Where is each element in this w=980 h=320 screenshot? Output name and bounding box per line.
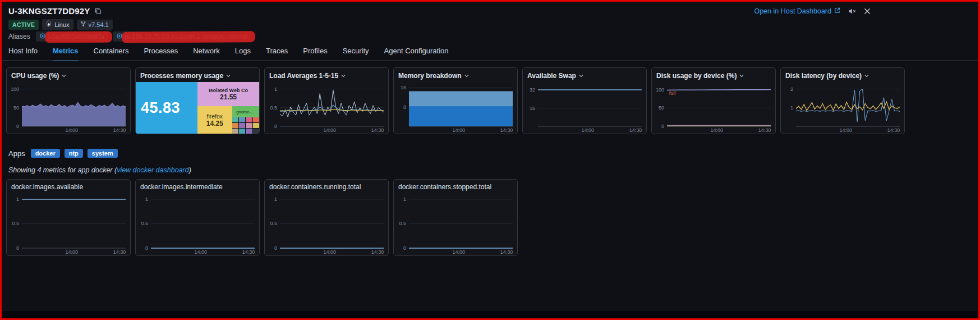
disk-latency-panel-header[interactable]: Disk latency (by device)	[781, 68, 904, 82]
treemap-tile	[253, 129, 259, 134]
tab-metrics[interactable]: Metrics	[53, 47, 79, 61]
svg-text:100: 100	[656, 87, 664, 93]
treemap-tile	[239, 123, 245, 128]
version-badge-label: v7.54.1	[89, 21, 109, 29]
svg-text:14:30: 14:30	[887, 127, 900, 133]
svg-text:0: 0	[145, 245, 148, 251]
treemap-tile	[239, 129, 245, 134]
svg-text:0.5: 0.5	[141, 221, 148, 226]
redaction-marker	[45, 31, 112, 43]
disk-latency-chart[interactable]: 1214:0014:30	[781, 82, 904, 134]
svg-text:14:00: 14:00	[195, 249, 208, 255]
mute-icon[interactable]	[848, 8, 856, 15]
treemap-mosaic	[232, 117, 259, 134]
app-badge-ntp[interactable]: ntp	[65, 149, 83, 158]
svg-text:0: 0	[403, 245, 406, 251]
view-docker-dashboard-link[interactable]: view docker dashboard	[117, 166, 189, 174]
memory-breakdown-chart[interactable]: 81614:0014:30	[394, 82, 517, 134]
flyout-tabs: Host Info Metrics Containers Processes N…	[8, 47, 449, 61]
svg-text:14:30: 14:30	[113, 249, 126, 255]
panel-title: Available Swap	[527, 72, 576, 80]
panel-title: docker.containers.stopped.total	[394, 180, 517, 192]
metric-panel-memory-breakdown: Memory breakdown 81614:0014:30	[393, 67, 518, 134]
tab-profiles[interactable]: Profiles	[303, 47, 327, 61]
docker-metrics-note: Showing 4 metrics for app docker (view d…	[8, 166, 191, 174]
chevron-down-icon	[341, 71, 346, 81]
tab-network[interactable]: Network	[193, 47, 220, 61]
status-badges-row: ACTIVE Linux v7.54.1	[8, 19, 113, 30]
tab-agent-configuration[interactable]: Agent Configuration	[384, 47, 449, 61]
svg-text:50: 50	[659, 105, 664, 111]
metric-panel-process-memory: Processes memory usage 45.83 Isolated We…	[135, 67, 260, 134]
load-panel-header[interactable]: Load Averages 1-5-15	[265, 68, 388, 82]
docker-images-available-chart[interactable]: 00.5114:0014:30	[7, 192, 130, 256]
svg-text:14:30: 14:30	[629, 127, 642, 133]
memory-metric-tile: 45.83	[136, 82, 197, 134]
svg-text:2: 2	[790, 86, 793, 92]
process-memory-panel-header[interactable]: Processes memory usage	[136, 68, 259, 82]
app-badge-system[interactable]: system	[88, 149, 118, 158]
version-badge: v7.54.1	[77, 20, 113, 30]
metric-panel-load: Load Averages 1-5-15 00.5114:0014:30	[264, 67, 389, 134]
chevron-down-icon	[226, 71, 231, 81]
svg-text:0: 0	[16, 245, 19, 251]
svg-text:0: 0	[661, 124, 664, 129]
treemap-label: firefox	[207, 113, 223, 120]
panel-title: Memory breakdown	[398, 72, 462, 80]
docker-images-intermediate-chart[interactable]: 00.5114:0014:30	[136, 192, 259, 256]
tab-containers[interactable]: Containers	[94, 47, 129, 61]
cpu-panel-header[interactable]: CPU usage (%)	[7, 68, 130, 82]
memory-breakdown-panel-header[interactable]: Memory breakdown	[394, 68, 517, 82]
disk-usage-panel-header[interactable]: Disk usage by device (%)	[652, 68, 775, 82]
svg-text:0.5: 0.5	[270, 105, 277, 111]
chevron-down-icon	[578, 71, 584, 81]
svg-text:1: 1	[16, 196, 19, 202]
open-in-host-dashboard-link[interactable]: Open in Host Dashboard	[754, 7, 840, 15]
process-memory-treemap[interactable]: Isolated Web Co 21.55 firefox 14.25 gnom…	[197, 82, 259, 134]
svg-text:0.5: 0.5	[12, 221, 19, 226]
swap-panel-header[interactable]: Available Swap	[523, 68, 646, 82]
svg-text:8: 8	[403, 104, 406, 110]
panel-title: Processes memory usage	[140, 72, 223, 80]
tab-processes[interactable]: Processes	[144, 47, 178, 61]
panel-title: docker.images.available	[7, 180, 130, 192]
chevron-down-icon	[864, 71, 869, 81]
svg-text:14:00: 14:00	[324, 249, 337, 255]
load-averages-chart[interactable]: 00.5114:0014:30	[265, 82, 388, 134]
svg-text:0.5: 0.5	[399, 221, 406, 226]
copy-icon[interactable]	[95, 8, 102, 15]
tab-logs[interactable]: Logs	[235, 47, 251, 61]
tabs-divider	[2, 60, 978, 61]
flyout-actions: Open in Host Dashboard	[754, 7, 970, 15]
available-swap-chart[interactable]: 163214:0014:30	[523, 82, 646, 134]
aliases-row: Aliases i-0acff2034036fe83a ip-198-19-70…	[8, 31, 251, 42]
page-title: U-3KNGSZT7DD92Y	[8, 6, 90, 16]
panel-title: Load Averages 1-5-15	[269, 72, 338, 80]
docker-containers-stopped-chart[interactable]: 00.5114:0014:30	[394, 192, 517, 256]
svg-text:14:30: 14:30	[500, 127, 513, 133]
close-icon[interactable]	[864, 8, 871, 15]
tab-security[interactable]: Security	[343, 47, 369, 61]
app-badge-docker[interactable]: docker	[31, 149, 60, 158]
disk-usage-chart[interactable]: 05010014:0014:30full	[652, 82, 775, 134]
docker-containers-running-chart[interactable]: 00.5114:0014:30	[265, 192, 388, 256]
linux-os-icon	[46, 20, 52, 29]
note-prefix: Showing 4 metrics for app docker (	[8, 166, 117, 174]
version-fork-icon	[81, 21, 86, 29]
cpu-usage-chart[interactable]: 05010014:0014:30	[7, 82, 130, 134]
docker-panel-images-available: docker.images.available 00.5114:0014:30	[6, 179, 131, 256]
panel-title: docker.containers.running.total	[265, 180, 388, 192]
os-badge-label: Linux	[54, 21, 69, 29]
tab-host-info[interactable]: Host Info	[8, 47, 38, 61]
treemap-tile	[246, 123, 252, 128]
status-badge: ACTIVE	[8, 20, 39, 30]
host-detail-flyout: U-3KNGSZT7DD92Y Open in Host Dashboard A…	[0, 0, 980, 320]
external-link-icon	[834, 7, 840, 15]
svg-text:14:30: 14:30	[242, 249, 255, 255]
svg-text:14:00: 14:00	[840, 127, 853, 133]
svg-text:0: 0	[16, 124, 19, 129]
tab-traces[interactable]: Traces	[266, 47, 288, 61]
treemap-tile	[232, 117, 238, 122]
svg-text:0.5: 0.5	[270, 221, 277, 226]
note-suffix: )	[189, 166, 191, 174]
